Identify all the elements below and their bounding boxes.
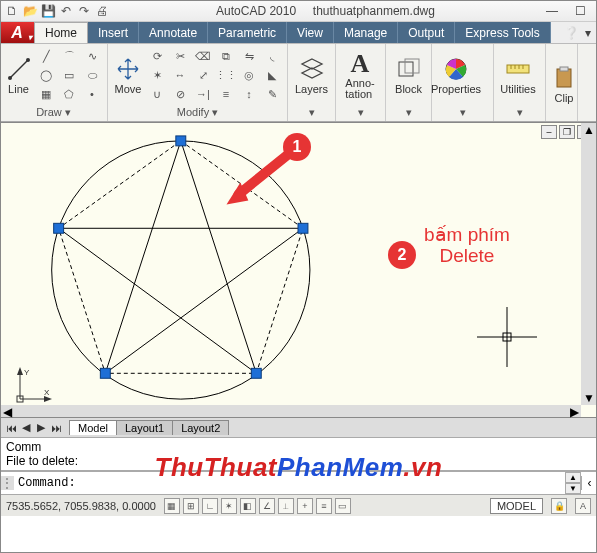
command-expand-icon[interactable]: ‹ (581, 476, 597, 490)
polygon-icon[interactable]: ⬠ (58, 85, 80, 103)
svg-rect-3 (399, 62, 413, 76)
tab-view[interactable]: View (287, 22, 334, 43)
line-button[interactable]: Line (4, 46, 33, 104)
layout-tab-layout2[interactable]: Layout2 (172, 420, 229, 435)
grid-toggle-icon[interactable]: ⊞ (183, 498, 199, 514)
block-button[interactable]: Block (390, 46, 427, 104)
join-icon[interactable]: ∪ (146, 85, 168, 103)
minimize-button[interactable]: — (539, 3, 565, 19)
utilities-button[interactable]: Utilities (498, 46, 538, 104)
qat-redo-icon[interactable]: ↷ (76, 3, 92, 19)
qat-undo-icon[interactable]: ↶ (58, 3, 74, 19)
edit-icon[interactable]: ✎ (261, 85, 283, 103)
mirror-icon[interactable]: ⇋ (238, 47, 260, 65)
panel-annotation-expand[interactable]: ▾ (340, 104, 381, 121)
otrack-toggle-icon[interactable]: ∠ (259, 498, 275, 514)
tab-nav-prev-icon[interactable]: ◀ (19, 421, 33, 435)
dyn-toggle-icon[interactable]: + (297, 498, 313, 514)
tab-manage[interactable]: Manage (334, 22, 398, 43)
circle-icon[interactable]: ◯ (35, 66, 57, 84)
command-scroll[interactable]: ▲▼ (565, 472, 581, 494)
lwt-toggle-icon[interactable]: ≡ (316, 498, 332, 514)
arc-icon[interactable]: ⌒ (58, 47, 80, 65)
panel-properties-expand[interactable]: ▾ (436, 104, 489, 121)
tab-express-tools[interactable]: Express Tools (455, 22, 550, 43)
explode-icon[interactable]: ✶ (146, 66, 168, 84)
copy-icon[interactable]: ⧉ (215, 47, 237, 65)
layers-button[interactable]: Layers (292, 46, 331, 104)
move-button[interactable]: Move (112, 46, 144, 104)
grip-vertex[interactable] (176, 136, 186, 146)
panel-block-expand[interactable]: ▾ (390, 104, 427, 121)
tab-insert[interactable]: Insert (88, 22, 139, 43)
ribbon-minimize-icon[interactable]: ▾ (585, 26, 591, 40)
ellipse-icon[interactable]: ⬭ (81, 66, 103, 84)
panel-draw-label[interactable]: Draw ▾ (4, 104, 103, 121)
erase-icon[interactable]: ⌫ (192, 47, 214, 65)
stretch-icon[interactable]: ↔ (169, 66, 191, 84)
align-icon[interactable]: ≡ (215, 85, 237, 103)
rotate-icon[interactable]: ⟳ (146, 47, 168, 65)
qp-toggle-icon[interactable]: ▭ (335, 498, 351, 514)
tab-home[interactable]: Home (34, 22, 88, 43)
h-scrollbar[interactable]: ◀▶ (0, 405, 581, 417)
point-icon[interactable]: • (81, 85, 103, 103)
help-icon[interactable]: ❔ (564, 26, 579, 40)
osnap-toggle-icon[interactable]: ◧ (240, 498, 256, 514)
grip-vertex[interactable] (251, 368, 261, 378)
layout-tab-model[interactable]: Model (69, 420, 117, 435)
tab-nav-last-icon[interactable]: ⏭ (49, 421, 63, 435)
annotation-button[interactable]: A Anno- tation (340, 46, 380, 104)
drawing-canvas[interactable]: – ❐ × 1 2 bấm phím Delete Y X (0, 122, 597, 418)
command-input[interactable]: Command: (14, 474, 565, 492)
clipboard-button[interactable]: Clip (550, 55, 578, 113)
svg-rect-4 (405, 59, 419, 73)
panel-utilities-expand[interactable]: ▾ (498, 104, 541, 121)
tab-output[interactable]: Output (398, 22, 455, 43)
panel-modify-label[interactable]: Modify ▾ (112, 104, 283, 121)
line-icon (5, 55, 33, 83)
title-bar: 🗋 📂 💾 ↶ ↷ 🖨 AutoCAD 2010 thuthuatphanmem… (0, 0, 597, 22)
command-grip-icon[interactable]: ⋮ (0, 476, 14, 490)
app-menu-button[interactable]: A (0, 22, 34, 43)
lengthen-icon[interactable]: ↕ (238, 85, 260, 103)
tab-nav-next-icon[interactable]: ▶ (34, 421, 48, 435)
qat-save-icon[interactable]: 💾 (40, 3, 56, 19)
spline-icon[interactable]: ∿ (81, 47, 103, 65)
scale-icon[interactable]: ⤢ (192, 66, 214, 84)
break-icon[interactable]: ⊘ (169, 85, 191, 103)
status-annoscale-icon[interactable]: A (575, 498, 591, 514)
panel-properties: Properties ▾ (432, 44, 494, 121)
grip-vertex[interactable] (54, 223, 64, 233)
grip-vertex[interactable] (100, 368, 110, 378)
ortho-toggle-icon[interactable]: ∟ (202, 498, 218, 514)
fillet-icon[interactable]: ◟ (261, 47, 283, 65)
layout-tab-layout1[interactable]: Layout1 (116, 420, 173, 435)
v-scrollbar[interactable]: ▲▼ (581, 123, 597, 405)
snap-toggle-icon[interactable]: ▦ (164, 498, 180, 514)
tab-nav-first-icon[interactable]: ⏮ (4, 421, 18, 435)
extend-icon[interactable]: →| (192, 85, 214, 103)
offset-icon[interactable]: ◎ (238, 66, 260, 84)
ducs-toggle-icon[interactable]: ⟂ (278, 498, 294, 514)
polar-toggle-icon[interactable]: ✶ (221, 498, 237, 514)
qat-new-icon[interactable]: 🗋 (4, 3, 20, 19)
tab-annotate[interactable]: Annotate (139, 22, 208, 43)
polyline-icon[interactable]: ╱ (35, 47, 57, 65)
move-label: Move (115, 83, 142, 95)
tab-parametric[interactable]: Parametric (208, 22, 287, 43)
panel-layers-expand[interactable]: ▾ (292, 104, 331, 121)
rectangle-icon[interactable]: ▭ (58, 66, 80, 84)
properties-button[interactable]: Properties (436, 46, 476, 104)
maximize-button[interactable]: ☐ (567, 3, 593, 19)
qat-print-icon[interactable]: 🖨 (94, 3, 110, 19)
hatch-icon[interactable]: ▦ (35, 85, 57, 103)
svg-point-1 (8, 76, 12, 80)
qat-open-icon[interactable]: 📂 (22, 3, 38, 19)
status-space[interactable]: MODEL (490, 498, 543, 514)
grip-vertex[interactable] (298, 223, 308, 233)
status-lock-icon[interactable]: 🔒 (551, 498, 567, 514)
chamfer-icon[interactable]: ◣ (261, 66, 283, 84)
array-icon[interactable]: ⋮⋮ (215, 66, 237, 84)
trim-icon[interactable]: ✂ (169, 47, 191, 65)
